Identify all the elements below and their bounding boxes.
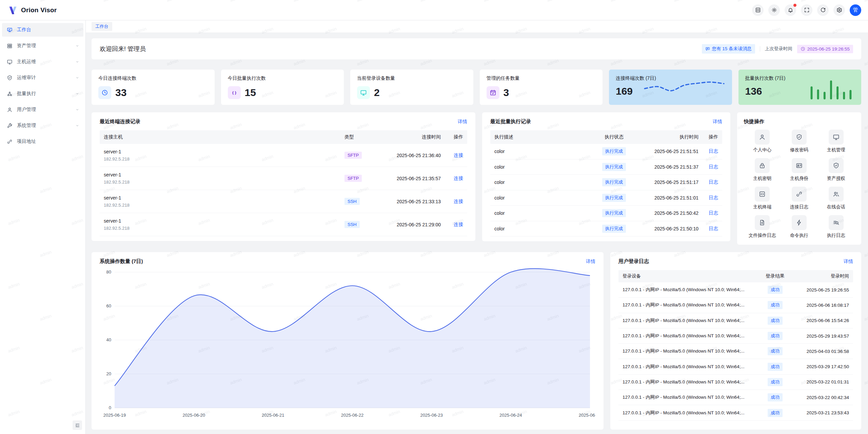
sidebar-item[interactable]: 资产管理 bbox=[2, 39, 83, 53]
table-row: color 执行完成 2025-06-25 21:51:37 日志 bbox=[490, 159, 722, 175]
panel-title: 快捷操作 bbox=[744, 118, 764, 124]
chart-detail-link[interactable]: 详情 bbox=[586, 259, 595, 265]
exec-time: 2025-06-25 21:51:01 bbox=[636, 195, 703, 201]
login-detail-link[interactable]: 详情 bbox=[844, 259, 853, 265]
connect-link[interactable]: 连接 bbox=[454, 199, 463, 204]
quick-op-icon bbox=[829, 158, 844, 173]
sidebar-item[interactable]: 系统管理 bbox=[2, 119, 83, 132]
log-link[interactable]: 日志 bbox=[709, 164, 718, 169]
quick-op-item[interactable]: 执行日志 bbox=[817, 215, 854, 239]
quick-op-item[interactable]: 在线会话 bbox=[817, 187, 854, 210]
connect-link[interactable]: 连接 bbox=[454, 152, 463, 158]
sidebar-item-icon bbox=[7, 107, 13, 113]
quick-op-item[interactable]: 主机终端 bbox=[744, 187, 781, 210]
sidebar-item-label: 批量执行 bbox=[17, 91, 75, 97]
breadcrumb-item[interactable]: 工作台 bbox=[92, 22, 112, 31]
chart-title: 系统操作数量 (7日) bbox=[100, 258, 143, 265]
exec-desc: color bbox=[490, 195, 592, 201]
terminal-detail-link[interactable]: 详情 bbox=[458, 119, 467, 125]
sidebar-collapse-button[interactable] bbox=[73, 420, 82, 430]
sidebar-item-icon bbox=[7, 27, 13, 33]
quick-op-item[interactable]: 主机身份 bbox=[781, 158, 818, 182]
status-badge: 执行完成 bbox=[602, 225, 626, 233]
sidebar-item-icon bbox=[7, 75, 13, 81]
sidebar-item-label: 主机运维 bbox=[17, 59, 75, 65]
type-badge: SSH bbox=[344, 198, 360, 205]
login-device: 127.0.0.1 - 内网IP - Mozilla/5.0 (Windows … bbox=[618, 379, 757, 385]
sidebar-item[interactable]: 主机运维 bbox=[2, 55, 83, 69]
connect-link[interactable]: 连接 bbox=[454, 222, 463, 227]
quick-op-icon bbox=[755, 215, 770, 230]
log-link[interactable]: 日志 bbox=[709, 210, 718, 215]
quick-op-label: 执行日志 bbox=[827, 232, 845, 239]
table-row: server-1 182.92.5.218 SSH 2025-06-25 21:… bbox=[100, 213, 467, 236]
quick-op-item[interactable]: 资产授权 bbox=[817, 158, 854, 182]
svg-text:40: 40 bbox=[106, 337, 111, 342]
quick-op-item[interactable]: 修改密码 bbox=[781, 130, 818, 153]
panel-title: 最近批量执行记录 bbox=[490, 118, 531, 125]
quick-op-item[interactable]: 命令执行 bbox=[781, 215, 818, 239]
connect-link[interactable]: 连接 bbox=[454, 175, 463, 181]
sidebar-item-icon bbox=[7, 139, 13, 145]
unread-messages-badge[interactable]: 您有 15 条未读消息 bbox=[702, 44, 755, 54]
log-link[interactable]: 日志 bbox=[709, 179, 718, 185]
chevron-down-icon bbox=[75, 108, 79, 112]
stat-card-exec-7d: 批量执行次数 (7日) 136 bbox=[738, 70, 862, 105]
quick-op-item[interactable]: 连接日志 bbox=[781, 187, 818, 210]
sidebar-item[interactable]: 工作台 bbox=[2, 23, 83, 37]
quick-op-item[interactable]: 主机密钥 bbox=[744, 158, 781, 182]
exec-desc: color bbox=[490, 164, 592, 170]
sidebar-item[interactable]: 用户管理 bbox=[2, 103, 83, 116]
quick-op-icon bbox=[829, 130, 844, 145]
sidebar-item[interactable]: 批量执行 bbox=[2, 87, 83, 100]
fullscreen-button[interactable] bbox=[801, 4, 812, 16]
refresh-button[interactable] bbox=[817, 4, 829, 16]
log-link[interactable]: 日志 bbox=[709, 148, 718, 154]
result-badge: 成功 bbox=[768, 286, 783, 294]
exec-time: 2025-06-25 21:50:10 bbox=[636, 226, 703, 231]
quick-op-item[interactable]: 主机管理 bbox=[817, 130, 854, 153]
stat-card: 当前登录设备数量 2 bbox=[350, 70, 473, 105]
login-device: 127.0.0.1 - 内网IP - Mozilla/5.0 (Windows … bbox=[618, 318, 757, 324]
topbar-actions: 管 bbox=[752, 4, 861, 16]
sidebar-item-label: 用户管理 bbox=[17, 107, 75, 113]
code-theme-button[interactable] bbox=[752, 4, 764, 16]
divider bbox=[760, 46, 760, 52]
log-link[interactable]: 日志 bbox=[709, 226, 718, 231]
settings-button[interactable] bbox=[833, 4, 845, 16]
table-row: color 执行完成 2025-06-25 21:50:42 日志 bbox=[490, 206, 722, 221]
panel-title: 用户登录日志 bbox=[618, 258, 649, 265]
exec-time: 2025-06-25 21:51:37 bbox=[636, 164, 703, 170]
sidebar-item[interactable]: 项目地址 bbox=[2, 135, 83, 148]
quick-op-item[interactable]: 文件操作日志 bbox=[744, 215, 781, 239]
brightness-button[interactable] bbox=[768, 4, 780, 16]
message-icon bbox=[705, 46, 710, 51]
svg-text:2025-06-24: 2025-06-24 bbox=[499, 413, 522, 418]
quick-op-icon bbox=[792, 158, 807, 173]
log-link[interactable]: 日志 bbox=[709, 195, 718, 200]
connect-time: 2025-06-25 21:36:40 bbox=[373, 153, 445, 158]
quick-op-icon bbox=[792, 130, 807, 145]
sidebar-item[interactable]: 运维审计 bbox=[2, 71, 83, 84]
sidebar-item-label: 工作台 bbox=[17, 27, 79, 33]
sidebar-item-label: 项目地址 bbox=[17, 138, 79, 145]
login-device: 127.0.0.1 - 内网IP - Mozilla/5.0 (Windows … bbox=[618, 364, 757, 370]
quick-op-item[interactable]: 个人中心 bbox=[744, 130, 781, 153]
panel-title: 最近终端连接记录 bbox=[100, 118, 140, 125]
table-row: 127.0.0.1 - 内网IP - Mozilla/5.0 (Windows … bbox=[618, 282, 853, 298]
stat-label: 今日连接终端次数 bbox=[98, 75, 208, 81]
batch-detail-link[interactable]: 详情 bbox=[713, 119, 722, 125]
chevron-down-icon bbox=[75, 124, 79, 128]
connect-time: 2025-06-25 21:33:13 bbox=[373, 199, 445, 204]
notifications-button[interactable] bbox=[785, 4, 796, 16]
welcome-card: 欢迎回来! 管理员 您有 15 条未读消息 上次登录时间 2025-06-25 … bbox=[92, 38, 861, 59]
table-row: color 执行完成 2025-06-25 21:51:17 日志 bbox=[490, 175, 722, 190]
quick-op-label: 资产授权 bbox=[827, 175, 845, 182]
svg-text:2025-06-25: 2025-06-25 bbox=[579, 413, 595, 418]
table-row: color 执行完成 2025-06-25 21:50:10 日志 bbox=[490, 221, 722, 237]
clock-icon bbox=[801, 46, 805, 51]
stat-value: 2 bbox=[374, 87, 380, 98]
stat-value: 3 bbox=[504, 87, 509, 98]
quick-op-label: 在线会话 bbox=[827, 204, 845, 210]
user-avatar[interactable]: 管 bbox=[850, 4, 861, 16]
